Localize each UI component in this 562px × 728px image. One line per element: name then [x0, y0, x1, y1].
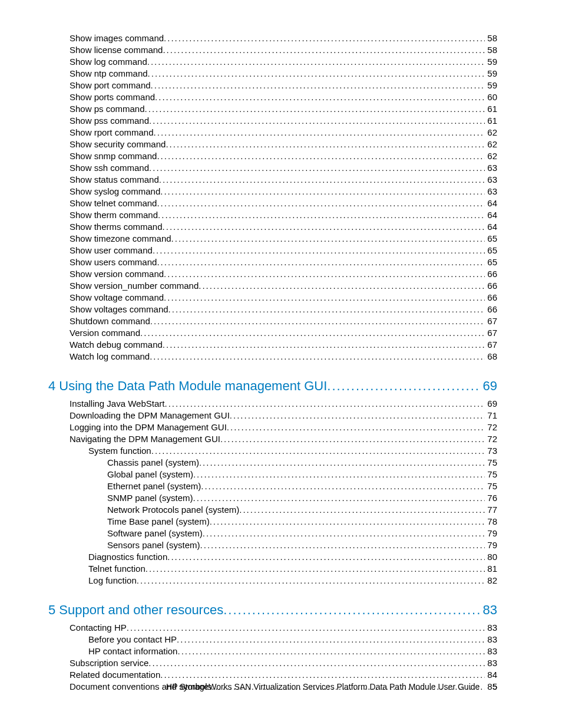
toc-leader-dots: [220, 433, 485, 445]
toc-entry[interactable]: Version command 67: [48, 327, 497, 339]
toc-entry-label: SNMP panel (system): [107, 492, 193, 504]
toc-entry[interactable]: Chassis panel (system) 75: [48, 457, 497, 469]
toc-entry-page: 83: [485, 622, 497, 634]
toc-entry-label: Global panel (system): [107, 469, 193, 480]
toc-entry[interactable]: Navigating the DPM Management GUI 72: [48, 433, 497, 445]
toc-entry[interactable]: Show license command 58: [48, 44, 497, 56]
toc-entry[interactable]: Show rport command 62: [48, 127, 497, 139]
toc-entry[interactable]: Show telnet command 64: [48, 197, 497, 209]
toc-entry[interactable]: Show users command 65: [48, 256, 497, 268]
toc-entry[interactable]: Subscription service 83: [48, 657, 497, 669]
toc-entry-page: 62: [485, 139, 497, 150]
toc-entry-page: 64: [485, 197, 497, 209]
toc-entry[interactable]: Sensors panel (system) 79: [48, 539, 497, 551]
toc-entry[interactable]: Show therm command 64: [48, 209, 497, 221]
toc-entry[interactable]: Related documentation 84: [48, 669, 497, 681]
toc-entry-label: Show voltage command: [70, 292, 164, 304]
toc-entry[interactable]: Show port command 59: [48, 80, 497, 91]
toc-entry[interactable]: Show version_number command 66: [48, 280, 497, 292]
toc-entry[interactable]: Show ports command 60: [48, 91, 497, 103]
toc-entry[interactable]: Show status command 63: [48, 174, 497, 186]
toc-chapter[interactable]: 4 Using the Data Path Module management …: [48, 378, 497, 394]
toc-chapter[interactable]: 5 Support and other resources 83: [48, 602, 497, 618]
toc-entry[interactable]: Log function 82: [48, 575, 497, 587]
toc-entry[interactable]: SNMP panel (system) 76: [48, 492, 497, 504]
toc-leader-dots: [203, 528, 485, 539]
toc-entry-page: 69: [485, 398, 497, 410]
toc-entry[interactable]: Watch log command 68: [48, 351, 497, 363]
toc-entry-label: Show users command: [70, 256, 157, 268]
toc-entry-label: Show therm command: [70, 209, 158, 221]
footer-title: HP StorageWorks SAN Virtualization Servi…: [166, 682, 480, 691]
toc-entry[interactable]: Show images command 58: [48, 32, 497, 44]
toc-entry[interactable]: HP contact information 83: [48, 645, 497, 657]
page: Show images command 58Show license comma…: [0, 0, 562, 728]
toc-entry[interactable]: Global panel (system) 75: [48, 469, 497, 480]
toc-entry[interactable]: System function 73: [48, 445, 497, 457]
toc-entry-label: Show ssh command: [70, 162, 149, 174]
toc-entry-page: 82: [485, 575, 497, 587]
toc-entry[interactable]: Software panel (system) 79: [48, 528, 497, 539]
toc-entry[interactable]: Network Protocols panel (system) 77: [48, 504, 497, 516]
toc-leader-dots: [230, 410, 485, 421]
toc-entry-label: Show timezone command: [70, 233, 171, 245]
toc-entry[interactable]: Show voltages command 66: [48, 304, 497, 315]
toc-entry-page: 64: [485, 209, 497, 221]
toc-leader-dots: [157, 197, 485, 209]
toc-entry[interactable]: Show log command 59: [48, 56, 497, 68]
toc-entry-label: Logging into the DPM Management GUI: [70, 421, 227, 433]
toc-leader-dots: [148, 68, 485, 80]
toc-entry[interactable]: Show pss command 61: [48, 115, 497, 127]
toc-entry[interactable]: Telnet function 81: [48, 563, 497, 575]
toc-entry[interactable]: Show therms command 64: [48, 221, 497, 233]
toc-entry-label: Show security command: [70, 139, 166, 150]
toc-entry[interactable]: Show ntp command 59: [48, 68, 497, 80]
toc-entry[interactable]: Watch debug command 67: [48, 339, 497, 351]
toc-entry-label: Show ports command: [70, 91, 155, 103]
toc-entry[interactable]: Show syslog command 63: [48, 186, 497, 197]
toc-leader-dots: [239, 504, 485, 516]
toc-leader-dots: [210, 516, 485, 528]
toc-entry[interactable]: Show user command 65: [48, 245, 497, 256]
toc-entry[interactable]: Show ssh command 63: [48, 162, 497, 174]
toc-leader-dots: [145, 103, 485, 115]
toc-entry-label: Watch debug command: [70, 339, 163, 351]
toc-leader-dots: [163, 44, 485, 56]
toc-entry-page: 63: [485, 186, 497, 197]
toc-entry[interactable]: Installing Java WebStart 69: [48, 398, 497, 410]
toc-entry[interactable]: Contacting HP 83: [48, 622, 497, 634]
toc-entry-page: 83: [485, 634, 497, 645]
toc-entry-label: Log function: [88, 575, 137, 587]
toc-entry-label: Watch log command: [70, 351, 150, 363]
toc-leader-dots: [223, 602, 480, 618]
toc-entry[interactable]: Show version command 66: [48, 268, 497, 280]
toc-leader-dots: [153, 245, 485, 256]
toc-entry[interactable]: Ethernet panel (system) 75: [48, 480, 497, 492]
toc-entry[interactable]: Show ps command 61: [48, 103, 497, 115]
toc-entry[interactable]: Time Base panel (system) 78: [48, 516, 497, 528]
toc-leader-dots: [159, 174, 485, 186]
toc-entry[interactable]: Shutdown command 67: [48, 315, 497, 327]
toc-leader-dots: [163, 339, 485, 351]
toc-leader-dots: [137, 575, 485, 587]
toc-leader-dots: [149, 162, 485, 174]
toc-leader-dots: [151, 445, 485, 457]
toc-entry-page: 84: [485, 669, 497, 681]
toc-entry-label: Sensors panel (system): [107, 539, 200, 551]
toc-entry[interactable]: Show security command 62: [48, 139, 497, 150]
toc-entry[interactable]: Show snmp command 62: [48, 150, 497, 162]
toc-leader-dots: [150, 351, 485, 363]
toc-leader-dots: [164, 398, 485, 410]
toc-leader-dots: [151, 80, 485, 91]
toc-entry[interactable]: Logging into the DPM Management GUI 72: [48, 421, 497, 433]
toc-entry[interactable]: Show timezone command 65: [48, 233, 497, 245]
toc-entry-page: 77: [485, 504, 497, 516]
toc-entry[interactable]: Diagnostics function 80: [48, 551, 497, 563]
toc-leader-dots: [193, 492, 485, 504]
toc-leader-dots: [164, 292, 485, 304]
toc-entry-page: 66: [485, 304, 497, 315]
toc-entry[interactable]: Before you contact HP 83: [48, 634, 497, 645]
toc-entry[interactable]: Downloading the DPM Management GUI 71: [48, 410, 497, 421]
toc-entry[interactable]: Show voltage command 66: [48, 292, 497, 304]
toc-entry-label: Ethernet panel (system): [107, 480, 201, 492]
